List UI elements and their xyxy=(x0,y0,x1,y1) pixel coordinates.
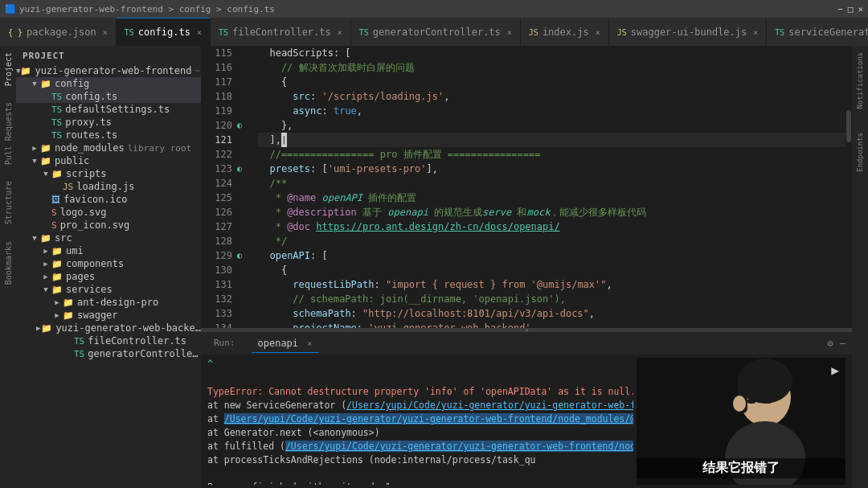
pull-requests-label[interactable]: Pull Requests xyxy=(4,102,13,165)
tree-pro-icon-svg[interactable]: S pro_icon.svg xyxy=(16,219,201,232)
bookmarks-label[interactable]: Bookmarks xyxy=(4,241,13,285)
tab-index-js[interactable]: JS index.js × xyxy=(521,18,609,46)
close-icon[interactable]: × xyxy=(858,4,863,14)
code-line-116: // 解决首次加载时白屏的问题 xyxy=(258,60,845,75)
main-area: Project Pull Requests Structure Bookmark… xyxy=(0,46,868,488)
tree-src[interactable]: ▼ 📁 src xyxy=(16,232,201,244)
tree-item-label: routes.ts xyxy=(65,129,117,141)
tree-item-label: proxy.ts xyxy=(65,117,112,128)
scrollbar-thumb[interactable] xyxy=(846,110,851,142)
tree-loading-js[interactable]: JS loading.js xyxy=(16,180,201,193)
tab-label: serviceGenerator.ts xyxy=(788,27,868,38)
tab-close[interactable]: × xyxy=(596,28,600,37)
notifications-label[interactable]: Notifications xyxy=(856,52,864,109)
ts-file-icon: TS xyxy=(51,117,62,128)
terminal-exit-line: Process finished with exit code 1 xyxy=(207,481,633,485)
folder-icon: 📁 xyxy=(40,233,51,244)
tab-label: openapi xyxy=(258,338,299,349)
tab-close[interactable]: × xyxy=(103,28,108,37)
tab-close[interactable]: × xyxy=(507,28,512,37)
code-line-128: */ xyxy=(258,234,845,248)
right-panel-bar: Notifications Endpoints xyxy=(852,46,868,488)
tree-proxy[interactable]: TS proxy.ts xyxy=(16,116,201,129)
terminal-error-line: TypeError: Cannot destructure property '… xyxy=(207,385,633,399)
title-bar: 🟦 yuzi-generator-web-frontend > config >… xyxy=(0,0,868,18)
tree-services[interactable]: ▼ 📁 services xyxy=(16,283,201,296)
svg-point-6 xyxy=(733,396,746,412)
code-text[interactable]: headScripts: [ // 解决首次加载时白屏的问题 { src: '/… xyxy=(252,46,845,328)
tree-routes[interactable]: TS routes.ts xyxy=(16,129,201,141)
tab-close-icon[interactable]: × xyxy=(307,339,312,348)
minimize-icon[interactable]: − xyxy=(837,4,843,14)
tree-components[interactable]: ▶ 📁 components xyxy=(16,257,201,270)
stack-link-4[interactable]: /Users/yupi/Code/yuzi-generator/yuzi-gen… xyxy=(285,441,633,452)
js-icon: JS xyxy=(617,28,627,37)
tree-ant-design-pro[interactable]: ▶ 📁 ant-design-pro xyxy=(16,296,201,309)
folder-icon: 📁 xyxy=(40,156,51,166)
tree-item-label: src xyxy=(55,232,72,244)
tab-label: fileController.ts xyxy=(232,27,331,38)
settings-icon[interactable]: ⚙ xyxy=(828,338,833,349)
terminal-stack-3: at Generator.next (<anonymous>) xyxy=(207,426,633,440)
tab-service-generator[interactable]: TS serviceGenerator.ts × xyxy=(767,18,868,46)
tab-package-json[interactable]: { } package.json × xyxy=(0,18,117,46)
subtitle-text: 结果它报错了 xyxy=(637,458,845,478)
tab-swagger-bundle[interactable]: JS swagger-ui-bundle.js × xyxy=(609,18,768,46)
terminal-prompt-line: ^ xyxy=(207,358,633,371)
tree-item-label: swagger xyxy=(77,310,118,321)
ts-icon: TS xyxy=(125,28,134,37)
tree-item-label: services xyxy=(66,284,113,295)
tree-config-folder[interactable]: ▼ 📁 config xyxy=(16,77,201,90)
tree-public[interactable]: ▼ 📁 public xyxy=(16,154,201,167)
tree-node-modules[interactable]: ▶ 📁 node_modules library root xyxy=(16,141,201,154)
tree-swagger[interactable]: ▶ 📁 swagger xyxy=(16,309,201,322)
window-controls[interactable]: − □ × xyxy=(837,4,863,14)
tab-config-ts[interactable]: TS config.ts × xyxy=(117,18,211,46)
tree-favicon[interactable]: 🖼 favicon.ico xyxy=(16,193,201,206)
code-line-124: /** xyxy=(258,176,845,191)
tree-generator-controller[interactable]: TS generatorControlle… xyxy=(16,347,201,360)
tab-close[interactable]: × xyxy=(338,28,342,37)
folder-icon: 📁 xyxy=(51,272,63,282)
code-line-118: src: '/scripts/loading.js', xyxy=(258,89,845,104)
tab-generator-controller[interactable]: TS generatorController.ts × xyxy=(351,18,521,46)
ico-file-icon: 🖼 xyxy=(51,195,60,205)
tab-close[interactable]: × xyxy=(753,28,758,37)
tab-openapi[interactable]: openapi × xyxy=(252,334,319,353)
endpoints-label[interactable]: Endpoints xyxy=(856,133,864,172)
editor-scrollbar[interactable] xyxy=(845,46,852,328)
close-panel-icon[interactable]: — xyxy=(840,338,845,349)
tree-pages[interactable]: ▶ 📁 pages xyxy=(16,270,201,283)
tree-item-label: logo.svg xyxy=(60,207,107,218)
code-line-119: async: true, xyxy=(258,104,845,118)
folder-icon: 📁 xyxy=(63,297,74,308)
stack-link-1[interactable]: /Users/yupi/Code/yuzi-generator/yuzi-gen… xyxy=(346,400,633,411)
left-activity-bar: Project Pull Requests Structure Bookmark… xyxy=(0,46,16,488)
tab-file-controller[interactable]: TS fileController.ts × xyxy=(211,18,351,46)
play-overlay-icon[interactable]: ▶ xyxy=(831,363,839,378)
tree-default-settings[interactable]: TS defaultSettings.ts xyxy=(16,103,201,116)
tab-close[interactable]: × xyxy=(197,28,202,37)
folder-icon: 📁 xyxy=(51,246,63,256)
code-line-121: ],| xyxy=(258,133,845,147)
tree-root[interactable]: ▼ 📁 yuzi-generator-web-frontend ~/C xyxy=(16,64,201,77)
tree-scripts[interactable]: ▼ 📁 scripts xyxy=(16,167,201,180)
json-icon: { } xyxy=(8,28,23,37)
code-line-125: * @name openAPI 插件的配置 xyxy=(258,191,845,205)
bottom-panel: Run: openapi × ⚙ — ^ TypeError: xyxy=(201,331,852,488)
terminal-actions: ⚙ — xyxy=(828,338,845,349)
tree-item-label: yuzi-generator-web-backe… xyxy=(55,322,201,334)
tab-label: generatorController.ts xyxy=(373,27,501,38)
tree-yuzi-backend[interactable]: ▶ 📁 yuzi-generator-web-backe… xyxy=(16,322,201,334)
code-editor[interactable]: 115 116 117 118 119 120 121 122 123 124 … xyxy=(201,46,852,328)
maximize-icon[interactable]: □ xyxy=(848,4,854,14)
structure-label[interactable]: Structure xyxy=(4,181,13,224)
project-panel-label[interactable]: Project xyxy=(4,52,13,86)
code-line-133: schemaPath: "http://localhost:8101/api/v… xyxy=(258,306,845,321)
tree-logo-svg[interactable]: S logo.svg xyxy=(16,206,201,219)
tree-file-controller[interactable]: TS fileController.ts xyxy=(16,334,201,347)
folder-icon: 📁 xyxy=(51,285,63,295)
tree-config-ts[interactable]: TS config.ts xyxy=(16,90,201,103)
tree-umi[interactable]: ▶ 📁 umi xyxy=(16,244,201,257)
stack-link-2[interactable]: /Users/yupi/Code/yuzi-generator/yuzi-gen… xyxy=(224,413,633,424)
